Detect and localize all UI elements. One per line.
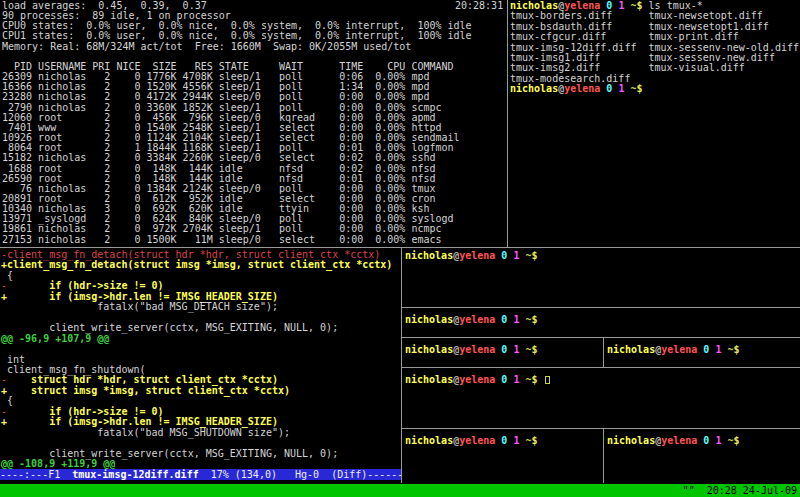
system-stats-line: Memory: Real: 68M/324M act/tot Free: 166… [2,42,505,52]
pane-border-horizontal-d[interactable] [402,428,800,429]
modeline-dashes: ------------------------------ [367,469,401,480]
process-row: 15182 nicholas 2 0 3384K 2260K sleep/0 s… [2,153,505,163]
shell-prompt: nicholas@yelena 0 1 ~$ [510,84,799,94]
pane-shell-e[interactable]: nicholas@yelena 0 1 ~$ [405,375,798,385]
tmux-screen: load averages: 0.45, 0.39, 0.3790 proces… [0,0,800,497]
prompt-symbol: $ [637,83,643,94]
pane-border-horizontal-middle[interactable] [0,247,800,248]
prompt-host: yelena [459,250,495,261]
prompt-host: yelena [564,83,600,94]
diff-line: + struct imsg *imsg, struct client_ctx *… [1,386,401,396]
status-right-clock: "" 20:28 24-Jul-09 [683,484,797,497]
tmux-status-bar: [0] 0:irssi# 1:todo 2:ncmpc- 3:mutt 4:ss… [0,484,800,497]
diff-line: +client_msg_fn_detach(struct imsg *imsg,… [1,260,401,270]
prompt-user: nicholas [405,374,453,385]
prompt-user: nicholas [607,344,655,355]
diff-line: fatalx("bad MSG_DETACH size"); [1,302,401,312]
prompt-symbol: $ [532,435,538,446]
prompt-symbol: $ [532,250,538,261]
modeline-prefix: ----:---F1 [0,469,72,480]
diff-line: fatalx("bad MSG_SHUTDOWN size"); [1,428,401,438]
prompt-host: yelena [661,435,697,446]
top-clock: 20:28:31 [455,1,503,11]
prompt-user: nicholas [607,435,655,446]
pane-shell-d[interactable]: nicholas@yelena 0 1 ~$ [607,345,798,355]
pane-border-horizontal-c[interactable] [402,367,800,368]
prompt-symbol: $ [734,344,740,355]
diff-line: @@ -96,9 +107,9 @@ [1,334,401,344]
pane-top-process-monitor[interactable]: load averages: 0.45, 0.39, 0.3790 proces… [2,1,505,246]
prompt-host: yelena [459,435,495,446]
pane-shell-c[interactable]: nicholas@yelena 0 1 ~$ [405,345,601,355]
diff-line [1,344,401,354]
pane-border-horizontal-b[interactable] [402,337,800,338]
pane-border-vertical-bottom[interactable] [401,248,402,483]
prompt-user: nicholas [405,344,453,355]
prompt-symbol: $ [532,314,538,325]
pane-shell-f[interactable]: nicholas@yelena 0 1 ~$ [405,436,601,446]
prompt-host: yelena [661,344,697,355]
pane-border-vertical-top[interactable] [507,0,508,247]
emacs-buffer-name: tmux-imsg-12diff.diff [72,469,198,480]
process-row: 27153 nicholas 2 0 1500K 11M sleep/0 sel… [2,235,505,245]
prompt-user: nicholas [405,250,453,261]
pane-emacs-diff[interactable]: -client_msg_fn_detach(struct hdr *hdr, s… [1,250,401,470]
prompt-symbol: $ [532,344,538,355]
prompt-user: nicholas [510,83,558,94]
pane-shell-g[interactable]: nicholas@yelena 0 1 ~$ [607,436,798,446]
prompt-host: yelena [459,314,495,325]
prompt-user: nicholas [405,314,453,325]
pane-shell-b[interactable]: nicholas@yelena 0 1 ~$ [405,315,798,325]
diff-line: @@ -108,9 +119,9 @@ [1,459,401,469]
prompt-symbol: $ [734,435,740,446]
modeline-info: 17% (134,0) Hg-0 (Diff) [199,469,368,480]
prompt-user: nicholas [405,435,453,446]
pane-border-vertical-fg[interactable] [603,429,604,483]
pane-border-horizontal-a[interactable] [402,307,800,308]
terminal-cursor[interactable] [545,376,550,384]
prompt-host: yelena [459,374,495,385]
pane-shell-a[interactable]: nicholas@yelena 0 1 ~$ [405,251,798,261]
emacs-modeline[interactable]: ----:---F1 tmux-imsg-12diff.diff 17% (13… [0,469,401,480]
prompt-host: yelena [459,344,495,355]
pane-border-vertical-cd[interactable] [603,338,604,367]
pane-shell-ls[interactable]: nicholas@yelena 0 1 ~$ ls tmux-*tmux-bor… [510,1,799,246]
